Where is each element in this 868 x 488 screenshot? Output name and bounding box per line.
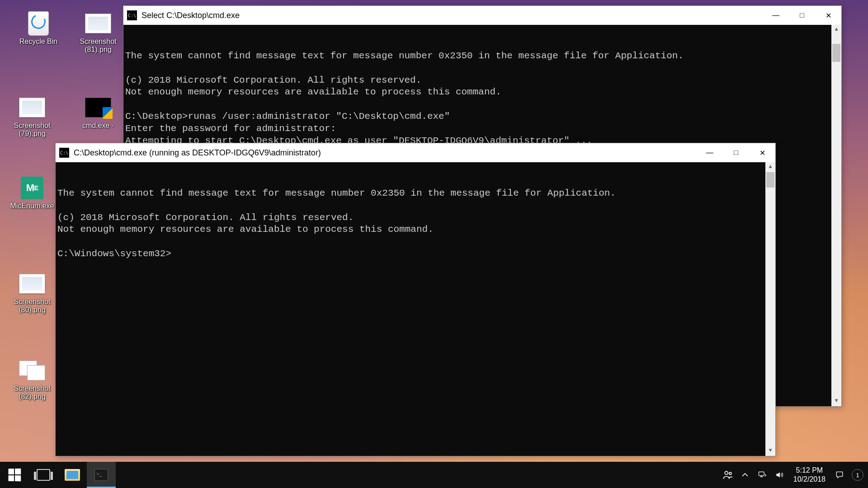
desktop-icon-screenshot-82[interactable]: Screenshot (82).png — [7, 358, 57, 401]
thumb-icon — [19, 95, 46, 120]
windows-logo-icon — [8, 469, 21, 482]
clock-time: 5:12 PM — [793, 466, 826, 475]
terminal-line: C:\Desktop>runas /user:administrator "C:… — [125, 111, 840, 123]
people-button[interactable] — [720, 462, 736, 488]
desktop-icon-micenum[interactable]: ME MicEnum.exe — [7, 175, 57, 210]
scroll-track[interactable] — [831, 35, 841, 396]
desktop-icon-cmd-shortcut[interactable]: cmd.exe - — [73, 95, 123, 130]
cmd-window-admin[interactable]: C:\ C:\Desktop\cmd.exe (running as DESKT… — [55, 143, 776, 456]
taskbar-cmd[interactable] — [87, 462, 116, 488]
terminal-line — [125, 62, 840, 75]
cmd-icon: C:\ — [127, 10, 137, 20]
notification-icon — [835, 470, 844, 479]
titlebar[interactable]: C:\ Select C:\Desktop\cmd.exe — □ ✕ — [123, 6, 841, 25]
action-center-badge[interactable]: 1 — [852, 469, 863, 481]
start-button[interactable] — [0, 462, 29, 488]
icon-label: Screenshot (79).png — [7, 122, 57, 138]
scroll-down-button[interactable]: ▼ — [765, 446, 775, 456]
cmd-icon — [85, 95, 112, 120]
icon-label: cmd.exe - — [82, 122, 114, 130]
terminal-line: The system cannot find message text for … — [125, 50, 840, 62]
scroll-track[interactable] — [765, 172, 775, 446]
thumb-icon — [85, 11, 112, 36]
icon-label: Screenshot (81).png — [73, 38, 123, 54]
terminal-line: (c) 2018 Microsoft Corporation. All righ… — [125, 75, 840, 87]
terminal-line — [125, 99, 840, 111]
task-view-button[interactable] — [29, 462, 58, 488]
task-view-icon — [37, 469, 50, 481]
network-button[interactable] — [755, 462, 770, 488]
speaker-icon — [774, 470, 784, 479]
thumb-icon — [19, 271, 46, 296]
minimize-button[interactable]: — — [763, 6, 789, 25]
maximize-button[interactable]: □ — [789, 6, 815, 25]
scroll-thumb[interactable] — [766, 172, 774, 188]
maximize-button[interactable]: □ — [723, 143, 749, 162]
terminal-output[interactable]: The system cannot find message text for … — [56, 162, 775, 456]
scroll-down-button[interactable]: ▼ — [831, 396, 841, 406]
chevron-up-icon — [741, 471, 749, 479]
scroll-thumb[interactable] — [832, 44, 840, 62]
taskbar-file-explorer[interactable] — [58, 462, 87, 488]
close-button[interactable]: ✕ — [815, 6, 841, 25]
vertical-scrollbar[interactable]: ▲ ▼ — [765, 162, 775, 456]
terminal-line — [57, 200, 774, 212]
window-title: C:\Desktop\cmd.exe (running as DESKTOP-I… — [74, 148, 321, 158]
taskbar-clock[interactable]: 5:12 PM 10/2/2018 — [789, 466, 830, 484]
me-icon: ME — [19, 175, 46, 200]
svg-rect-2 — [759, 472, 764, 475]
icon-label: Screenshot (80).png — [7, 298, 57, 314]
window-title: Select C:\Desktop\cmd.exe — [142, 11, 240, 20]
scroll-up-button[interactable]: ▲ — [765, 162, 775, 172]
vertical-scrollbar[interactable]: ▲ ▼ — [831, 25, 841, 406]
volume-button[interactable] — [772, 462, 787, 488]
terminal-line: Not enough memory resources are availabl… — [57, 224, 774, 236]
desktop-icon-screenshot-81[interactable]: Screenshot (81).png — [73, 11, 123, 54]
cmd-icon — [94, 469, 108, 481]
badge-count: 1 — [856, 472, 859, 479]
icon-label: MicEnum.exe — [10, 202, 54, 210]
terminal-line: Enter the password for administrator: — [125, 123, 840, 135]
people-icon — [722, 469, 734, 481]
titlebar[interactable]: C:\ C:\Desktop\cmd.exe (running as DESKT… — [56, 143, 775, 162]
terminal-line — [57, 236, 774, 248]
clock-date: 10/2/2018 — [793, 475, 826, 484]
action-center-button[interactable] — [832, 462, 847, 488]
network-icon — [757, 470, 767, 479]
terminal-line: C:\Windows\system32> — [57, 248, 774, 260]
taskbar: 5:12 PM 10/2/2018 1 — [0, 462, 868, 488]
folder-icon — [65, 469, 80, 481]
tray-overflow-button[interactable] — [737, 462, 753, 488]
svg-point-1 — [729, 472, 731, 474]
cmd-icon: C:\ — [59, 148, 69, 158]
desktop-icon-screenshot-80[interactable]: Screenshot (80).png — [7, 271, 57, 314]
terminal-line: (c) 2018 Microsoft Corporation. All righ… — [57, 212, 774, 224]
icon-label: Screenshot (82).png — [7, 385, 57, 401]
icon-label: Recycle Bin — [19, 38, 57, 46]
close-button[interactable]: ✕ — [749, 143, 775, 162]
svg-point-0 — [725, 471, 728, 474]
terminal-line: The system cannot find message text for … — [57, 188, 774, 200]
recycle-icon — [25, 11, 52, 36]
double-icon — [19, 358, 46, 383]
scroll-up-button[interactable]: ▲ — [831, 25, 841, 35]
desktop-icon-screenshot-79[interactable]: Screenshot (79).png — [7, 95, 57, 138]
terminal-line: Not enough memory resources are availabl… — [125, 86, 840, 99]
desktop-icon-recycle-bin[interactable]: Recycle Bin — [14, 11, 63, 46]
minimize-button[interactable]: — — [697, 143, 723, 162]
